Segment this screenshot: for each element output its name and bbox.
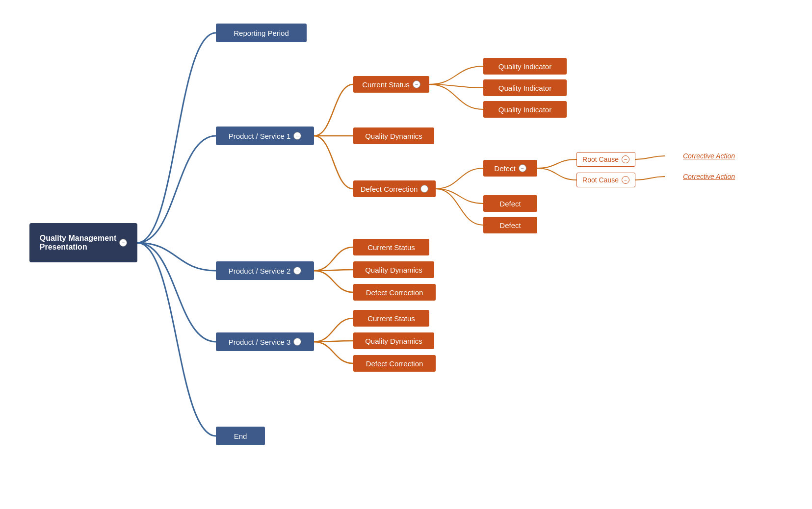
root-cause-1-collapse-btn[interactable]: − bbox=[622, 155, 629, 163]
defect3-node: Defect bbox=[483, 217, 537, 233]
corrective-1-node: Corrective Action bbox=[665, 149, 753, 163]
corrective-1-label: Corrective Action bbox=[683, 152, 735, 160]
defect-correction-3-node: Defect Correction bbox=[353, 355, 436, 372]
current-status-3-node: Current Status bbox=[353, 310, 429, 327]
qi3-node: Quality Indicator bbox=[483, 101, 567, 118]
defect-correction-1-node: Defect Correction − bbox=[353, 180, 436, 197]
current-status-3-label: Current Status bbox=[367, 314, 415, 323]
current-status-2-node: Current Status bbox=[353, 239, 429, 255]
corrective-2-label: Corrective Action bbox=[683, 173, 735, 180]
current-status-1-collapse-btn[interactable]: − bbox=[413, 80, 420, 88]
product2-node: Product / Service 2 − bbox=[216, 261, 314, 280]
product2-collapse-btn[interactable]: − bbox=[293, 267, 301, 275]
current-status-1-node: Current Status − bbox=[353, 76, 429, 93]
defect-correction-1-label: Defect Correction bbox=[361, 185, 418, 193]
root-cause-2-label: Root Cause bbox=[582, 176, 619, 184]
qi3-label: Quality Indicator bbox=[498, 105, 551, 114]
defect1-label: Defect bbox=[494, 164, 515, 173]
defect2-node: Defect bbox=[483, 195, 537, 212]
product1-node: Product / Service 1 − bbox=[216, 127, 314, 145]
defect-correction-2-label: Defect Correction bbox=[366, 288, 423, 297]
defect3-label: Defect bbox=[499, 221, 521, 229]
quality-dynamics-2-node: Quality Dynamics bbox=[353, 261, 434, 278]
defect1-node: Defect − bbox=[483, 160, 537, 177]
root-cause-2-node: Root Cause − bbox=[576, 173, 635, 187]
quality-dynamics-1-node: Quality Dynamics bbox=[353, 127, 434, 144]
product3-collapse-btn[interactable]: − bbox=[293, 338, 301, 346]
corrective-2-node: Corrective Action bbox=[665, 169, 753, 184]
defect2-label: Defect bbox=[499, 200, 521, 208]
qi1-label: Quality Indicator bbox=[498, 62, 551, 71]
root-cause-2-collapse-btn[interactable]: − bbox=[622, 176, 629, 184]
defect1-collapse-btn[interactable]: − bbox=[519, 164, 526, 172]
root-node: Quality Management Presentation − bbox=[29, 223, 137, 262]
qi2-label: Quality Indicator bbox=[498, 84, 551, 92]
product1-collapse-btn[interactable]: − bbox=[293, 132, 301, 140]
product3-node: Product / Service 3 − bbox=[216, 332, 314, 351]
end-node: End bbox=[216, 427, 265, 445]
quality-dynamics-3-node: Quality Dynamics bbox=[353, 332, 434, 349]
quality-dynamics-1-label: Quality Dynamics bbox=[365, 132, 422, 140]
root-label: Quality Management Presentation bbox=[40, 234, 116, 252]
mindmap-container: Quality Management Presentation − Report… bbox=[0, 0, 812, 509]
product2-label: Product / Service 2 bbox=[229, 267, 291, 275]
end-label: End bbox=[234, 432, 247, 440]
quality-dynamics-2-label: Quality Dynamics bbox=[365, 266, 422, 274]
qi2-node: Quality Indicator bbox=[483, 79, 567, 96]
quality-dynamics-3-label: Quality Dynamics bbox=[365, 337, 422, 345]
product1-label: Product / Service 1 bbox=[229, 132, 291, 140]
reporting-period-label: Reporting Period bbox=[234, 29, 289, 37]
qi1-node: Quality Indicator bbox=[483, 58, 567, 75]
defect-correction-1-collapse-btn[interactable]: − bbox=[420, 185, 428, 193]
root-cause-1-label: Root Cause bbox=[582, 155, 619, 163]
defect-correction-2-node: Defect Correction bbox=[353, 284, 436, 301]
product3-label: Product / Service 3 bbox=[229, 338, 291, 346]
root-cause-1-node: Root Cause − bbox=[576, 152, 635, 167]
reporting-period-node: Reporting Period bbox=[216, 24, 307, 42]
defect-correction-3-label: Defect Correction bbox=[366, 359, 423, 368]
current-status-1-label: Current Status bbox=[362, 80, 410, 89]
root-collapse-btn[interactable]: − bbox=[119, 239, 127, 247]
current-status-2-label: Current Status bbox=[367, 243, 415, 252]
